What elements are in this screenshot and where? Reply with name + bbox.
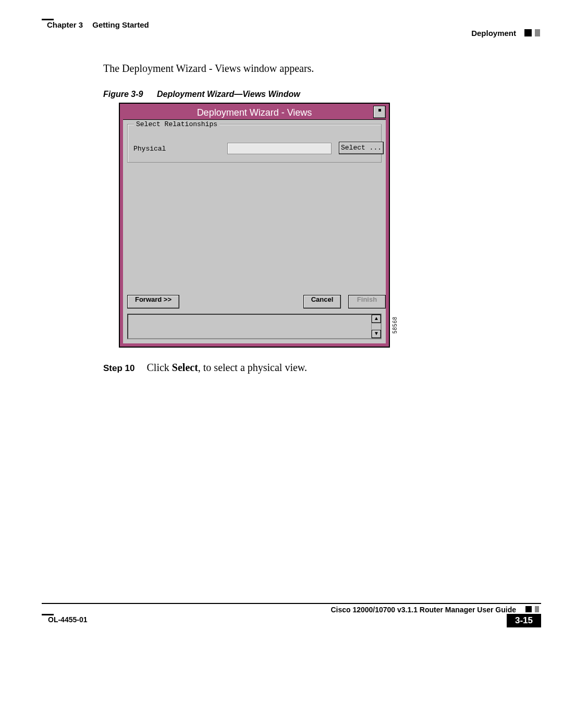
header-marker-dark: [524, 29, 532, 36]
scroll-up-icon[interactable]: ▲: [372, 315, 381, 323]
window-title: Deployment Wizard - Views: [123, 106, 386, 119]
footer-marker-dark: [525, 606, 532, 612]
group-legend: Select Relationships: [134, 120, 219, 128]
step-text-post: , to select a physical view.: [198, 362, 307, 373]
window-minimize-icon[interactable]: [373, 106, 386, 118]
step-text-pre: Click: [146, 362, 172, 373]
physical-label: Physical: [133, 145, 166, 153]
wizard-nav-row: Forward >> Cancel Finish: [127, 295, 382, 311]
scroll-down-icon[interactable]: ▼: [372, 330, 381, 338]
page-number: 3-15: [507, 614, 541, 627]
figure-number: Figure 3-9: [103, 90, 143, 98]
step-text-bold: Select: [172, 362, 198, 373]
chapter-title: Getting Started: [92, 20, 149, 29]
window-client-area: Select Relationships Physical Select ...…: [123, 119, 386, 343]
footer-marker-light: [535, 606, 539, 612]
footer-rule: [42, 603, 541, 604]
deployment-wizard-window: Deployment Wizard - Views Select Relatio…: [119, 103, 390, 348]
physical-field[interactable]: [227, 143, 332, 154]
finish-button: Finish: [348, 295, 386, 309]
figure-caption: Figure 3-9 Deployment Wizard—Views Windo…: [103, 90, 300, 99]
footer-guide: Cisco 12000/10700 v3.1.1 Router Manager …: [331, 606, 516, 614]
header-marker-light: [535, 29, 540, 36]
log-scrollbar[interactable]: ▲ ▼: [371, 315, 381, 338]
chapter-label: Chapter 3: [47, 20, 83, 29]
window-frame: Deployment Wizard - Views Select Relatio…: [119, 103, 390, 348]
section-right: Deployment: [471, 29, 516, 38]
lead-text: The Deployment Wizard - Views window app…: [103, 63, 314, 75]
log-panel: ▲ ▼: [127, 314, 382, 339]
step-number: Step 10: [103, 363, 134, 373]
forward-button[interactable]: Forward >>: [127, 295, 179, 309]
select-button[interactable]: Select ...: [339, 142, 384, 154]
figure-title: Deployment Wizard—Views Window: [157, 90, 300, 98]
chapter-line: Chapter 3 Getting Started: [47, 20, 149, 29]
figure-image-id: 58568: [392, 316, 398, 334]
footer-doc-id: OL-4455-01: [48, 615, 87, 624]
step-10: Step 10 Click Select, to select a physic…: [103, 362, 307, 374]
cancel-button[interactable]: Cancel: [303, 295, 341, 309]
